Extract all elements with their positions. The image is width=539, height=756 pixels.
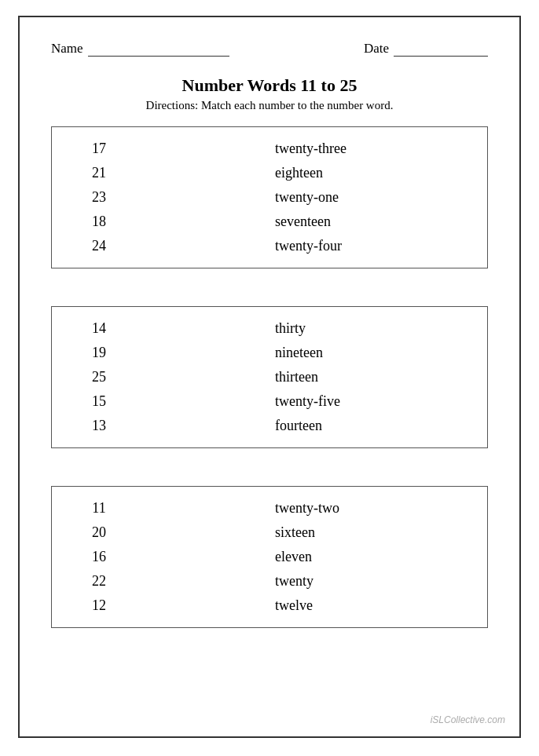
word-cell: twenty-two [275,500,471,517]
word-cell: nineteen [275,345,471,361]
number-cell: 24 [68,238,130,254]
number-cell: 14 [68,320,130,337]
table-row: 23twenty-one [68,185,471,210]
matching-box-1: 17twenty-three21eighteen23twenty-one18se… [51,126,488,268]
number-cell: 23 [68,189,130,206]
table-row: 20sixteen [68,520,471,545]
date-label: Date [364,41,389,57]
name-underline [88,42,229,57]
word-cell: twenty-four [275,238,471,254]
header-row: Name Date [51,41,488,57]
table-row: 14thirty [68,316,471,341]
worksheet-page: Name Date Number Words 11 to 25 Directio… [18,16,521,738]
word-cell: fourteen [275,418,471,434]
number-cell: 11 [68,500,130,517]
date-field: Date [364,41,488,57]
number-cell: 20 [68,524,130,541]
word-cell: twenty-one [275,189,471,206]
number-cell: 12 [68,597,130,614]
word-cell: twenty [275,573,471,590]
table-row: 11twenty-two [68,496,471,520]
word-cell: twenty-five [275,393,471,410]
word-cell: eleven [275,549,471,565]
word-cell: thirty [275,320,471,337]
name-field: Name [51,41,229,57]
word-cell: sixteen [275,524,471,541]
number-cell: 21 [68,165,130,181]
word-cell: twelve [275,597,471,614]
word-cell: thirteen [275,369,471,385]
word-cell: twenty-three [275,141,471,157]
table-row: 12twelve [68,593,471,618]
table-row: 15twenty-five [68,389,471,414]
main-title: Number Words 11 to 25 [51,75,488,96]
table-row: 13fourteen [68,414,471,438]
table-row: 21eighteen [68,161,471,185]
table-row: 22twenty [68,569,471,593]
watermark: iSLCollective.com [431,714,505,725]
matching-box-2: 14thirty19nineteen25thirteen15twenty-fiv… [51,306,488,448]
table-row: 19nineteen [68,341,471,365]
number-cell: 16 [68,549,130,565]
date-underline [394,42,488,57]
number-cell: 13 [68,418,130,434]
title-section: Number Words 11 to 25 Directions: Match … [51,75,488,112]
number-cell: 15 [68,393,130,410]
table-row: 18seventeen [68,210,471,234]
word-cell: seventeen [275,214,471,230]
number-cell: 22 [68,573,130,590]
name-label: Name [51,41,83,57]
directions-text: Directions: Match each number to the num… [51,99,488,112]
table-row: 16eleven [68,545,471,569]
table-row: 17twenty-three [68,137,471,161]
table-row: 25thirteen [68,365,471,389]
number-cell: 17 [68,141,130,157]
table-row: 24twenty-four [68,234,471,258]
number-cell: 18 [68,214,130,230]
number-cell: 19 [68,345,130,361]
number-cell: 25 [68,369,130,385]
word-cell: eighteen [275,165,471,181]
matching-box-3: 11twenty-two20sixteen16eleven22twenty12t… [51,486,488,628]
